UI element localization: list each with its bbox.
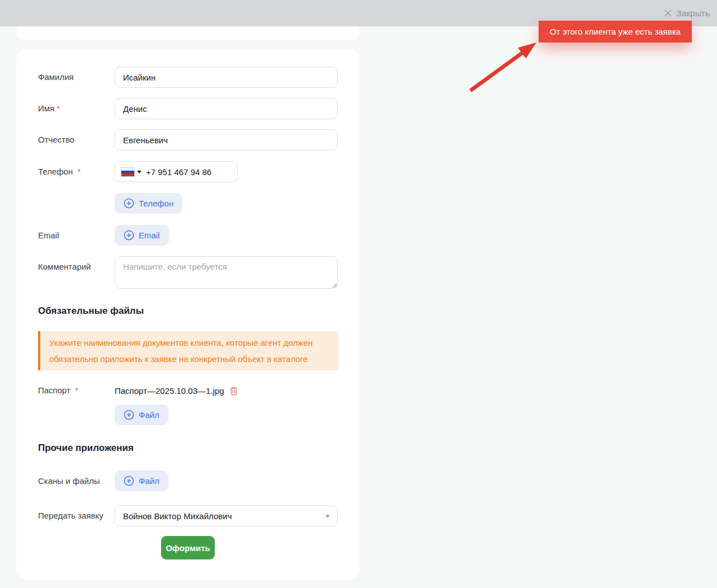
phone-country-selector[interactable] — [121, 168, 141, 176]
lastname-label: Фамилия — [38, 72, 115, 83]
add-scan-file-button[interactable]: Файл — [115, 471, 168, 491]
passport-row: Паспорт * Паспорт—2025.10.03—1.jpg — [16, 385, 360, 397]
phone-row: Телефон * +7 951 467 94 86 — [16, 161, 360, 182]
patronymic-label: Отчество — [38, 134, 115, 145]
add-phone-button[interactable]: Телефон — [115, 193, 182, 214]
close-label: Закрыть — [676, 8, 710, 18]
patronymic-row: Отчество — [16, 129, 360, 150]
required-asterisk: * — [77, 167, 81, 176]
chevron-down-icon — [137, 171, 141, 173]
trash-icon — [230, 387, 238, 396]
phone-input[interactable]: +7 951 467 94 86 — [115, 161, 238, 182]
plus-circle-icon — [124, 198, 134, 209]
add-email-button[interactable]: Email — [115, 225, 169, 246]
add-phone-row: Телефон — [16, 193, 360, 214]
passport-add-file-row: Файл — [16, 404, 360, 425]
add-file-label: Файл — [139, 410, 159, 420]
annotation-arrow-icon — [459, 34, 548, 101]
close-icon — [664, 9, 672, 17]
firstname-row: Имя* — [16, 98, 360, 119]
lastname-row: Фамилия — [16, 67, 360, 88]
phone-number-value: +7 951 467 94 86 — [146, 167, 211, 177]
comment-label: Комментарий — [38, 261, 115, 272]
passport-label: Паспорт * — [38, 385, 115, 396]
transfer-selected-value: Войнов Виктор Михайлович — [123, 511, 232, 521]
plus-circle-icon — [124, 476, 134, 486]
comment-row: Комментарий — [16, 256, 360, 289]
add-email-label: Email — [139, 231, 160, 240]
submit-button[interactable]: Оформить — [161, 536, 215, 559]
required-asterisk: * — [75, 385, 78, 395]
transfer-select[interactable]: Войнов Виктор Михайлович — [115, 505, 338, 526]
phone-label: Телефон * — [38, 166, 115, 177]
add-file-label: Файл — [139, 476, 159, 486]
firstname-label: Имя* — [38, 103, 115, 114]
scans-label: Сканы и файлы — [38, 476, 115, 487]
plus-circle-icon — [124, 410, 134, 420]
transfer-label: Передать заявку — [38, 510, 115, 521]
passport-file-item: Паспорт—2025.10.03—1.jpg — [115, 385, 238, 397]
patronymic-input[interactable] — [115, 129, 338, 150]
client-form-card: Фамилия Имя* Отчество Телефон * +7 951 4… — [16, 49, 360, 580]
transfer-row: Передать заявку Войнов Виктор Михайлович — [16, 505, 360, 526]
scrolled-card-remnant — [16, 26, 360, 40]
required-files-notice: Укажите наименования документов клиента,… — [38, 331, 338, 370]
scans-row: Сканы и файлы Файл — [16, 471, 360, 491]
lastname-input[interactable] — [115, 67, 338, 88]
delete-file-button[interactable] — [230, 387, 238, 396]
russia-flag-icon — [121, 168, 134, 176]
required-asterisk: * — [56, 104, 60, 113]
required-files-heading: Обязательные файлы — [38, 305, 144, 317]
chevron-down-icon — [326, 515, 330, 518]
other-attachments-heading: Прочие приложения — [38, 442, 134, 454]
email-row: Email Email — [16, 225, 360, 246]
close-button[interactable]: Закрыть — [664, 8, 710, 18]
comment-input[interactable] — [115, 256, 338, 289]
add-phone-label: Телефон — [139, 199, 173, 208]
firstname-input[interactable] — [115, 98, 338, 119]
add-passport-file-button[interactable]: Файл — [115, 404, 168, 425]
email-label: Email — [38, 230, 115, 241]
passport-file-name: Паспорт—2025.10.03—1.jpg — [115, 385, 224, 397]
error-toast: От этого клиента уже есть заявка — [539, 21, 692, 43]
plus-circle-icon — [124, 230, 134, 241]
